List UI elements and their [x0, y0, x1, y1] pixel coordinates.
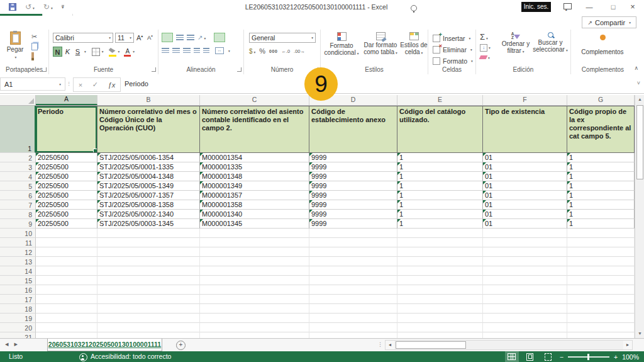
decrease-decimal-button[interactable]: .00→: [294, 48, 305, 54]
align-right-button[interactable]: [183, 48, 191, 54]
cell-C18[interactable]: [200, 304, 309, 314]
cell-C17[interactable]: [200, 295, 309, 304]
cell-E16[interactable]: [397, 285, 483, 295]
cell-E1[interactable]: Código del catálogo utilizado.: [397, 106, 483, 153]
row-header-14[interactable]: 14: [0, 266, 36, 276]
select-all-corner[interactable]: [0, 95, 36, 105]
view-page-break-button[interactable]: [541, 351, 555, 362]
wrap-text-button[interactable]: [214, 33, 225, 42]
paste-button[interactable]: Pegar▾: [3, 31, 28, 61]
cell-B17[interactable]: [97, 295, 200, 304]
cell-C13[interactable]: [200, 257, 309, 266]
grow-font-button[interactable]: A▴: [136, 33, 143, 42]
cell-E11[interactable]: [397, 238, 483, 247]
cell-E5[interactable]: 1: [397, 181, 483, 191]
vertical-scrollbar[interactable]: ▲ ▼: [635, 95, 644, 338]
cell-C11[interactable]: [200, 238, 309, 247]
cell-A21[interactable]: [36, 332, 97, 338]
cell-B18[interactable]: [97, 304, 200, 314]
cell-B2[interactable]: STJ/2025/05/0006-1354: [97, 153, 200, 162]
cell-F19[interactable]: [483, 314, 567, 323]
cell-B9[interactable]: STJ/2025/05/0003-1345: [97, 219, 200, 229]
clear-button[interactable]: ▾: [480, 53, 491, 60]
cell-D9[interactable]: 9999: [309, 219, 397, 229]
cell-F17[interactable]: [483, 295, 567, 304]
cell-D1[interactable]: Código de establecimiento anexo: [309, 106, 397, 153]
cell-B21[interactable]: [97, 332, 200, 338]
row-header-5[interactable]: 5: [0, 181, 36, 191]
cell-C10[interactable]: [200, 229, 309, 238]
cell-F7[interactable]: 01: [483, 200, 567, 210]
cell-B6[interactable]: STJ/2025/05/0007-1357: [97, 191, 200, 200]
horizontal-scroll-thumb[interactable]: [396, 341, 466, 349]
cell-F20[interactable]: [483, 323, 567, 332]
delete-cells-button[interactable]: Eliminar▾: [433, 44, 472, 55]
cell-G15[interactable]: [567, 276, 635, 285]
cell-D15[interactable]: [309, 276, 397, 285]
fill-color-dropdown[interactable]: ▾: [118, 50, 120, 54]
horizontal-scrollbar[interactable]: ◂ ▸: [385, 340, 633, 350]
row-header-2[interactable]: 2: [0, 153, 36, 162]
merge-center-button[interactable]: ↔: [215, 47, 224, 54]
insert-function-icon[interactable]: ƒx: [108, 81, 116, 89]
cell-B16[interactable]: [97, 285, 200, 295]
row-header-9[interactable]: 9: [0, 219, 36, 229]
cell-C1[interactable]: Número correlativo del asiento contable …: [200, 106, 309, 153]
cell-D8[interactable]: 9999: [309, 210, 397, 219]
cell-D5[interactable]: 9999: [309, 181, 397, 191]
cell-E17[interactable]: [397, 295, 483, 304]
cell-F4[interactable]: 01: [483, 172, 567, 181]
conditional-formatting-button[interactable]: Formato condicional▾: [323, 32, 360, 57]
cell-G19[interactable]: [567, 314, 635, 323]
cell-C6[interactable]: M000001357: [200, 191, 309, 200]
scroll-left-icon[interactable]: ◂: [386, 341, 394, 349]
cell-B3[interactable]: STJ/2025/05/0001-1335: [97, 162, 200, 172]
column-header-G[interactable]: G: [567, 95, 635, 105]
active-sheet-tab[interactable]: 2060531032120250500130100001111: [47, 339, 162, 351]
cell-A6[interactable]: 20250500: [36, 191, 97, 200]
addins-button[interactable]: Complementos: [577, 35, 628, 55]
cell-C21[interactable]: [200, 332, 309, 338]
cut-icon[interactable]: ✂: [31, 32, 38, 41]
find-select-button[interactable]: Buscar y seleccionar▾: [533, 32, 568, 54]
scroll-up-icon[interactable]: ▲: [635, 95, 644, 104]
cell-E18[interactable]: [397, 304, 483, 314]
cell-F5[interactable]: 01: [483, 181, 567, 191]
cell-A4[interactable]: 20250500: [36, 172, 97, 181]
cell-D16[interactable]: [309, 285, 397, 295]
cell-E3[interactable]: 1: [397, 162, 483, 172]
align-left-button[interactable]: [162, 48, 169, 54]
font-name-select[interactable]: Calibri▾: [53, 33, 113, 43]
underline-button[interactable]: S: [73, 47, 82, 57]
number-format-select[interactable]: General▾: [249, 33, 316, 43]
cell-D17[interactable]: [309, 295, 397, 304]
font-size-select[interactable]: 11▾: [115, 33, 134, 43]
cell-F13[interactable]: [483, 257, 567, 266]
fill-button[interactable]: ↓▾: [480, 43, 491, 52]
accounting-format-button[interactable]: $▾: [249, 48, 255, 55]
cell-F9[interactable]: 01: [483, 219, 567, 229]
cell-G11[interactable]: [567, 238, 635, 247]
vertical-scroll-thumb[interactable]: [636, 105, 643, 179]
row-header-1[interactable]: 1: [0, 106, 36, 153]
sort-filter-button[interactable]: AZ Ordenar y filtrar▾: [500, 32, 531, 55]
cell-E9[interactable]: 1: [397, 219, 483, 229]
new-sheet-button[interactable]: +: [176, 341, 186, 350]
cell-C14[interactable]: [200, 266, 309, 276]
cell-D10[interactable]: [309, 229, 397, 238]
cell-E13[interactable]: [397, 257, 483, 266]
cell-F8[interactable]: 01: [483, 210, 567, 219]
column-header-B[interactable]: B: [97, 95, 200, 105]
format-as-table-button[interactable]: Dar formato como tabla▾: [361, 32, 400, 57]
font-dialog-launcher[interactable]: [152, 67, 156, 72]
cell-E15[interactable]: [397, 276, 483, 285]
column-header-C[interactable]: C: [200, 95, 309, 105]
cell-F3[interactable]: 01: [483, 162, 567, 172]
cell-G7[interactable]: 1: [567, 200, 635, 210]
cell-A2[interactable]: 20250500: [36, 153, 97, 162]
borders-dropdown[interactable]: ▾: [102, 50, 104, 54]
cell-G10[interactable]: [567, 229, 635, 238]
row-header-15[interactable]: 15: [0, 276, 36, 285]
share-button[interactable]: ↗ Compartir ▾: [582, 16, 636, 28]
cell-G4[interactable]: 1: [567, 172, 635, 181]
